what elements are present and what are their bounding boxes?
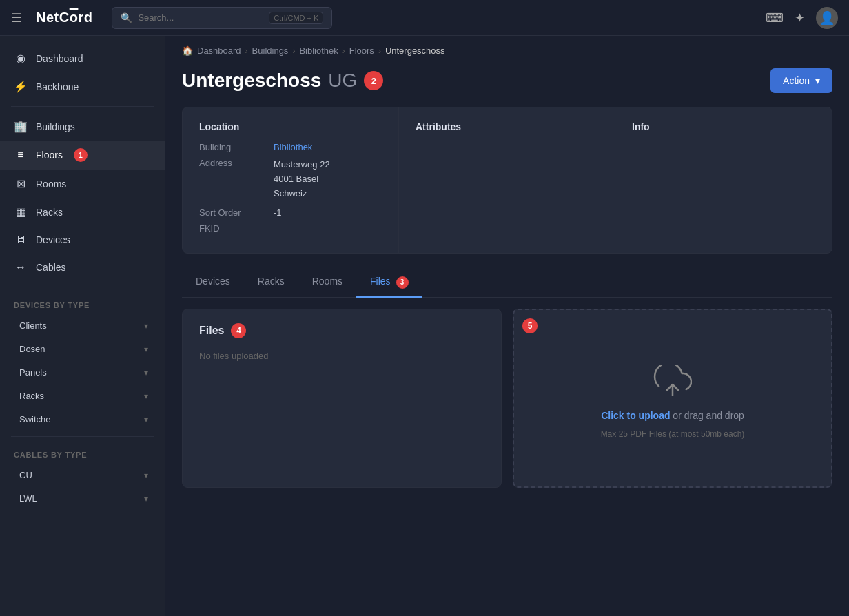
files-panel: Files 4 No files uploaded bbox=[182, 309, 502, 488]
racks-icon: ▦ bbox=[14, 205, 28, 218]
breadcrumb-floors[interactable]: Floors bbox=[349, 45, 374, 56]
sidebar-item-dashboard[interactable]: ◉ Dashboard bbox=[0, 44, 165, 72]
upload-or-text: or drag and drop bbox=[670, 410, 744, 421]
sidebar-item-label: Backbone bbox=[36, 81, 79, 92]
device-type-dosen[interactable]: Dosen ▾ bbox=[6, 338, 159, 360]
tab-racks[interactable]: Racks bbox=[244, 267, 298, 296]
address-line3: Schweiz bbox=[274, 187, 382, 201]
sidebar-item-label: Cables bbox=[36, 262, 66, 273]
files-panel-header: Files 4 bbox=[199, 323, 484, 338]
upload-panel[interactable]: Click to upload or drag and drop Max 25 … bbox=[513, 309, 832, 488]
cable-type-lwl[interactable]: LWL ▾ bbox=[6, 487, 159, 510]
files-area: Files 4 No files uploaded Click to uploa… bbox=[182, 309, 832, 488]
floors-icon: ≡ bbox=[14, 149, 28, 161]
breadcrumb-dashboard[interactable]: Dashboard bbox=[197, 45, 241, 56]
sidebar-item-label: Dashboard bbox=[36, 53, 83, 64]
devices-icon: 🖥 bbox=[14, 234, 28, 246]
search-shortcut: Ctrl/CMD + K bbox=[269, 12, 323, 24]
floors-badge: 1 bbox=[74, 148, 88, 162]
cable-type-label: CU bbox=[17, 470, 144, 480]
device-type-racks[interactable]: Racks ▾ bbox=[6, 384, 159, 407]
hamburger-icon[interactable]: ☰ bbox=[11, 10, 22, 25]
info-panels: Location Building Bibliothek Address Mus… bbox=[182, 107, 832, 254]
sidebar-divider-3 bbox=[11, 436, 154, 437]
tabs: Devices Racks Rooms Files 3 bbox=[182, 267, 832, 297]
files-panel-title: Files bbox=[199, 325, 224, 337]
terminal-icon[interactable]: ⌨ bbox=[766, 10, 784, 25]
page-badge: 2 bbox=[364, 71, 383, 90]
sidebar-nav: ◉ Dashboard ⚡ Backbone 🏢 Buildings ≡ Flo… bbox=[0, 36, 165, 519]
sort-order-row: Sort Order -1 bbox=[199, 207, 382, 218]
location-panel: Location Building Bibliothek Address Mus… bbox=[183, 107, 399, 253]
sidebar-item-cables[interactable]: ↔ Cables bbox=[0, 254, 165, 281]
sidebar-item-label: Buildings bbox=[36, 121, 75, 132]
sidebar-item-label: Devices bbox=[36, 234, 70, 245]
info-panel-title: Info bbox=[632, 121, 815, 132]
fkid-row: FKID bbox=[199, 223, 382, 234]
tab-racks-label: Racks bbox=[258, 276, 285, 287]
cable-type-label: LWL bbox=[17, 493, 144, 504]
address-value: Musterweg 22 4001 Basel Schweiz bbox=[274, 158, 382, 201]
device-type-panels[interactable]: Panels ▾ bbox=[6, 361, 159, 384]
search-input[interactable] bbox=[138, 12, 263, 23]
device-type-label: Switche bbox=[17, 414, 144, 424]
chevron-down-icon: ▾ bbox=[144, 368, 148, 378]
address-line1: Musterweg 22 bbox=[274, 158, 382, 172]
sidebar: ◉ Dashboard ⚡ Backbone 🏢 Buildings ≡ Flo… bbox=[0, 36, 165, 616]
avatar[interactable]: 👤 bbox=[816, 7, 838, 29]
sidebar-item-devices[interactable]: 🖥 Devices bbox=[0, 226, 165, 254]
chevron-down-icon: ▾ bbox=[144, 345, 148, 354]
sidebar-item-rooms[interactable]: ⊠ Rooms bbox=[0, 170, 165, 198]
cables-by-type-title: CABLES BY TYPE bbox=[0, 442, 165, 463]
files-empty-text: No files uploaded bbox=[199, 351, 268, 361]
tab-rooms-label: Rooms bbox=[312, 276, 342, 287]
attributes-panel-title: Attributes bbox=[416, 121, 598, 132]
location-panel-title: Location bbox=[199, 121, 382, 132]
search-bar[interactable]: 🔍 Ctrl/CMD + K bbox=[112, 7, 332, 29]
sidebar-divider-2 bbox=[11, 287, 154, 287]
fkid-label: FKID bbox=[199, 223, 268, 234]
device-type-label: Clients bbox=[17, 320, 144, 331]
building-label: Building bbox=[199, 142, 268, 152]
backbone-icon: ⚡ bbox=[14, 80, 28, 93]
settings-icon[interactable]: ✦ bbox=[795, 10, 805, 25]
action-label: Action bbox=[783, 75, 810, 86]
breadcrumb-bibliothek[interactable]: Bibliothek bbox=[299, 45, 338, 56]
page-header: Untergeschoss UG 2 Action ▾ bbox=[165, 63, 849, 107]
upload-click-text: Click to upload bbox=[601, 410, 670, 421]
breadcrumb-current: Untergeschoss bbox=[385, 45, 445, 56]
tab-rooms[interactable]: Rooms bbox=[298, 267, 356, 296]
sidebar-item-buildings[interactable]: 🏢 Buildings bbox=[0, 112, 165, 141]
cable-type-cu[interactable]: CU ▾ bbox=[6, 464, 159, 486]
chevron-down-icon: ▾ bbox=[144, 321, 148, 331]
device-type-label: Dosen bbox=[17, 344, 144, 354]
sidebar-item-racks[interactable]: ▦ Racks bbox=[0, 198, 165, 226]
files-panel-badge: 4 bbox=[231, 323, 246, 338]
tab-files[interactable]: Files 3 bbox=[356, 267, 422, 296]
sidebar-item-backbone[interactable]: ⚡ Backbone bbox=[0, 72, 165, 101]
topnav: ☰ NetCord 🔍 Ctrl/CMD + K ⌨ ✦ 👤 bbox=[0, 0, 849, 36]
device-type-label: Racks bbox=[17, 391, 144, 401]
chevron-down-icon: ▾ bbox=[144, 494, 148, 504]
sidebar-item-floors[interactable]: ≡ Floors 1 bbox=[0, 141, 165, 170]
buildings-icon: 🏢 bbox=[14, 120, 28, 133]
rooms-icon: ⊠ bbox=[14, 177, 28, 190]
info-panel: Info bbox=[615, 107, 832, 253]
upload-badge: 5 bbox=[522, 318, 538, 333]
action-button[interactable]: Action ▾ bbox=[770, 68, 832, 93]
topnav-icons: ⌨ ✦ 👤 bbox=[766, 7, 838, 29]
app-logo: NetCord bbox=[36, 10, 92, 25]
device-type-label: Panels bbox=[17, 367, 144, 378]
tab-devices[interactable]: Devices bbox=[182, 267, 244, 296]
upload-text: Click to upload or drag and drop bbox=[601, 410, 744, 421]
address-row: Address Musterweg 22 4001 Basel Schweiz bbox=[199, 158, 382, 201]
device-type-switche[interactable]: Switche ▾ bbox=[6, 408, 159, 431]
breadcrumb-buildings[interactable]: Buildings bbox=[252, 45, 289, 56]
device-type-clients[interactable]: Clients ▾ bbox=[6, 314, 159, 337]
upload-cloud-icon bbox=[653, 365, 692, 402]
building-value[interactable]: Bibliothek bbox=[274, 142, 382, 152]
sidebar-item-label: Racks bbox=[36, 207, 63, 218]
tab-devices-label: Devices bbox=[196, 276, 230, 287]
sidebar-divider bbox=[11, 106, 154, 107]
chevron-down-icon: ▾ bbox=[144, 415, 148, 424]
